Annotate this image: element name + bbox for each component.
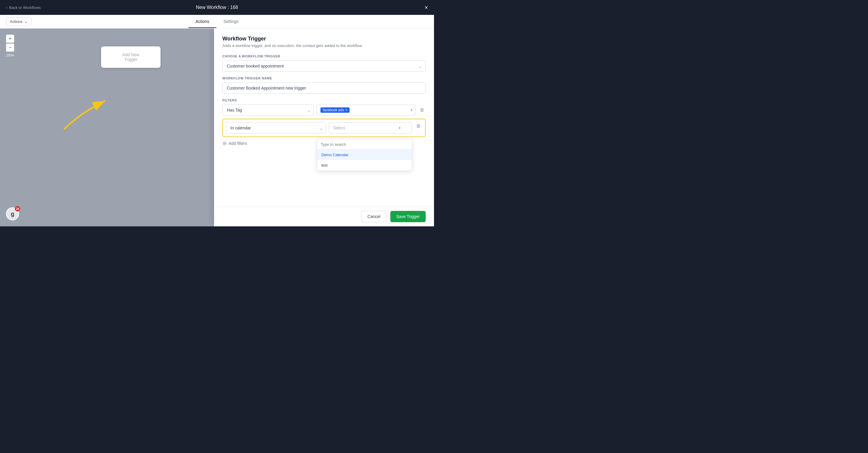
filter2-updown-icon: ⬍ <box>398 126 401 130</box>
tab-settings-label: Settings <box>223 19 239 24</box>
filter-row-2: In calendar ⌄ Select ⬍ De <box>222 119 426 137</box>
actions-dropdown-label: Actions <box>10 19 23 24</box>
filter2-type-select[interactable]: In calendar <box>226 122 326 133</box>
tag-close-icon[interactable]: × <box>345 108 347 112</box>
tab-actions[interactable]: Actions <box>188 16 216 28</box>
canvas-area: + − 100% Add New Trigger g 29 Workflow T… <box>0 29 434 227</box>
option-demo-calendar-label: Demo Calendar <box>321 153 348 157</box>
workflow-title: New Workflow : 168 <box>196 5 238 10</box>
filter2-delete-button[interactable]: 🗑 <box>415 122 422 130</box>
trigger-name-input[interactable] <box>222 82 426 94</box>
add-filters-plus-icon: ⊕ <box>222 140 227 147</box>
add-filters-label: Add filters <box>228 141 247 146</box>
panel-footer: Cancel Save Trigger <box>214 206 434 227</box>
tab-actions-label: Actions <box>195 19 209 24</box>
filter-row-2-container: In calendar ⌄ Select ⬍ De <box>222 119 426 137</box>
tag-updown-icon: ⬍ <box>410 108 413 112</box>
filters-label: FILTERS <box>222 98 426 102</box>
filter1-tag-badge: facebook ads × <box>320 108 349 113</box>
zoom-out-button[interactable]: − <box>6 43 14 52</box>
option-test-label: test <box>321 163 328 168</box>
filter1-select-wrap: Has Tag ⌄ <box>222 104 314 116</box>
back-label: Back to Workflows <box>9 5 41 10</box>
save-trigger-button[interactable]: Save Trigger <box>390 211 426 222</box>
calendar-dropdown-popup: Demo Calendar test <box>317 139 412 171</box>
cancel-button[interactable]: Cancel <box>361 211 387 222</box>
dropdown-search-input[interactable] <box>321 142 408 147</box>
tab-settings[interactable]: Settings <box>216 16 246 28</box>
avatar-container: g 29 <box>6 207 19 220</box>
filter2-value-select[interactable]: Select ⬍ <box>329 122 412 133</box>
zoom-in-button[interactable]: + <box>6 34 14 43</box>
card-line1: Add New <box>110 52 152 57</box>
tab-bar: Actions ⌄ Actions Settings <box>0 15 434 29</box>
notification-badge: 29 <box>15 206 20 211</box>
back-arrow-icon: ‹ <box>6 5 7 10</box>
filter-row-1: Has Tag ⌄ facebook ads × ⬍ 🗑 <box>222 104 426 116</box>
dropdown-search-area <box>317 139 412 150</box>
choose-trigger-label: CHOOSE A WORKFLOW TRIGGER <box>222 54 426 58</box>
card-line2: Trigger <box>110 57 152 62</box>
trigger-name-label: WORKFLOW TRIGGER NAME <box>222 77 426 80</box>
top-nav: ‹ Back to Workflows New Workflow : 168 × <box>0 0 434 15</box>
trigger-select[interactable]: Customer booked appointment <box>222 60 426 72</box>
chevron-down-icon: ⌄ <box>24 19 28 24</box>
trigger-select-wrapper: Customer booked appointment ⌄ <box>222 60 426 72</box>
notif-count: 29 <box>16 207 19 211</box>
filter2-placeholder: Select <box>333 125 398 130</box>
actions-dropdown-button[interactable]: Actions ⌄ <box>6 17 32 26</box>
tab-group: Actions Settings <box>188 16 246 28</box>
filter1-delete-button[interactable]: 🗑 <box>418 106 426 114</box>
arrow-annotation <box>54 88 119 135</box>
dropdown-option-test[interactable]: test <box>317 160 412 171</box>
filter2-select-wrap: In calendar ⌄ <box>226 122 326 133</box>
canvas-add-trigger-card[interactable]: Add New Trigger <box>101 47 160 68</box>
filter1-tag-field[interactable]: facebook ads × ⬍ <box>317 105 415 115</box>
filter1-tag-label: facebook ads <box>323 108 344 112</box>
filter2-value-wrap: Select ⬍ Demo Calendar test <box>329 122 412 133</box>
filter1-type-select[interactable]: Has Tag <box>222 104 314 116</box>
zoom-controls: + − 100% <box>6 34 14 57</box>
panel-subtitle: Adds a workflow trigger, and on executio… <box>222 43 426 49</box>
back-to-workflows[interactable]: ‹ Back to Workflows <box>6 5 41 10</box>
zoom-level: 100% <box>6 54 14 57</box>
close-button[interactable]: × <box>425 4 428 11</box>
right-panel: Workflow Trigger Adds a workflow trigger… <box>214 29 434 227</box>
dropdown-option-demo-calendar[interactable]: Demo Calendar <box>317 150 412 160</box>
avatar-letter: g <box>11 211 14 217</box>
panel-title: Workflow Trigger <box>222 36 426 42</box>
